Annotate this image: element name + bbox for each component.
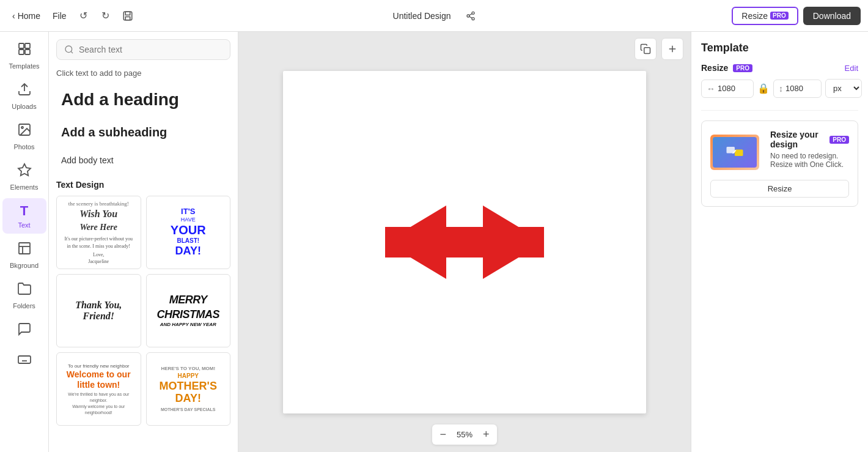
background-label: Bkground [10, 262, 39, 269]
svg-marker-15 [18, 164, 31, 176]
photos-icon [17, 122, 32, 141]
text-design-item-merry-christmas[interactable]: MERRYCHRISTMAS AND HAPPY NEW YEAR [146, 274, 231, 347]
right-panel: Template Resize PRO Edit ↔ 🔒 ↕ px [691, 32, 868, 452]
resize-promo-desc: No need to redesign. Resize with One Cli… [770, 152, 849, 169]
background-icon [17, 241, 32, 259]
svg-marker-31 [385, 206, 544, 279]
svg-line-7 [469, 13, 473, 15]
text-design-item-mothers-day[interactable]: HERE'S TO YOU, MOM! HAPPY MOTHER'SDAY! M… [146, 352, 231, 426]
resize-promo-icon [726, 143, 744, 161]
main-layout: Templates Uploads Photos [0, 32, 868, 452]
svg-point-25 [65, 46, 72, 53]
undo-button[interactable]: ↺ [74, 6, 94, 26]
redo-button[interactable]: ↻ [96, 6, 116, 26]
text-label: Text [18, 221, 30, 229]
add-heading-button[interactable]: Add a heading [56, 85, 230, 114]
svg-rect-9 [25, 43, 30, 48]
chevron-left-icon: ‹ [12, 11, 15, 21]
text-design-grid: the scenery is breathtaking! Wish You We… [56, 196, 230, 426]
canvas-page[interactable] [283, 71, 646, 413]
left-panel: Click text to add to page Add a heading … [49, 32, 238, 452]
resize-promo-title: Resize your design [770, 130, 826, 149]
svg-rect-0 [123, 12, 132, 20]
search-input[interactable] [79, 45, 223, 54]
text-design-item-its-your-day[interactable]: IT'S HAVE YOUR BLAST! DAY! [146, 196, 231, 269]
search-box[interactable] [56, 39, 230, 60]
resize-button[interactable]: Resize PRO [732, 7, 798, 25]
add-page-button[interactable] [661, 38, 683, 60]
resize-label: Resize [741, 11, 768, 21]
save-button[interactable] [118, 6, 138, 26]
resize-promo-button[interactable]: Resize [710, 180, 849, 198]
svg-rect-16 [19, 243, 30, 254]
zoom-out-button[interactable]: − [440, 428, 446, 441]
uploads-label: Uploads [12, 103, 36, 110]
height-input-group: ↕ [773, 80, 822, 98]
width-input[interactable] [718, 84, 748, 93]
duplicate-page-button[interactable] [634, 38, 657, 60]
download-button[interactable]: Download [803, 7, 861, 25]
elements-icon [17, 163, 32, 181]
search-icon [64, 45, 74, 54]
sidebar-item-elements[interactable]: Elements [2, 158, 46, 196]
canvas-area: − 55% + [238, 32, 691, 452]
divider [701, 110, 858, 111]
file-button[interactable]: File [48, 9, 72, 23]
text-design-item-wish-you[interactable]: the scenery is breathtaking! Wish You We… [56, 196, 141, 269]
svg-point-5 [472, 17, 474, 20]
home-button[interactable]: ‹ Home [7, 9, 45, 23]
add-subheading-button[interactable]: Add a subheading [56, 120, 230, 144]
red-arrow [385, 199, 544, 285]
zoom-in-button[interactable]: + [483, 428, 490, 441]
sidebar-item-folders[interactable]: Folders [2, 276, 46, 314]
width-icon: ↔ [707, 84, 715, 94]
elements-label: Elements [10, 183, 39, 191]
pro-badge: PRO [770, 12, 789, 20]
svg-rect-1 [125, 12, 130, 15]
unit-select[interactable]: px in cm mm [825, 79, 862, 98]
svg-rect-19 [18, 356, 31, 363]
templates-icon [17, 42, 32, 60]
add-body-button[interactable]: Add body text [56, 150, 230, 170]
templates-label: Templates [9, 62, 39, 70]
svg-point-3 [472, 12, 474, 14]
edit-link[interactable]: Edit [845, 64, 858, 73]
sidebar-item-background[interactable]: Bkground [2, 236, 46, 274]
photos-label: Photos [13, 143, 34, 150]
zoom-bar: − 55% + [432, 424, 496, 445]
zoom-level: 55% [452, 430, 477, 439]
keyboard-icon [17, 352, 32, 371]
folders-icon [17, 281, 32, 300]
sidebar-item-keyboard[interactable] [2, 347, 46, 376]
canvas-toolbar [634, 38, 683, 60]
svg-rect-10 [19, 50, 24, 54]
resize-header: Resize PRO Edit [701, 63, 858, 73]
topbar-left: ‹ Home File ↺ ↻ [7, 6, 383, 26]
sidebar-item-templates[interactable]: Templates [2, 37, 46, 75]
height-input[interactable] [785, 84, 816, 93]
design-title[interactable]: Untitled Design [388, 8, 457, 24]
sidebar-item-photos[interactable]: Photos [2, 117, 46, 155]
resize-section-label: Resize [701, 63, 728, 73]
share-button[interactable] [461, 6, 480, 26]
text-design-item-welcome-town[interactable]: To our friendly new neighbor Welcome to … [56, 352, 141, 426]
click-to-add-label: Click text to add to page [56, 69, 230, 78]
text-design-section-title: Text Design [56, 180, 230, 190]
sidebar-item-speech[interactable] [2, 317, 46, 345]
text-icon: T [20, 203, 28, 219]
topbar: ‹ Home File ↺ ↻ Untitled Design Resize P… [0, 0, 868, 32]
resize-section: Resize PRO Edit ↔ 🔒 ↕ px in cm mm [701, 63, 858, 98]
topbar-center: Untitled Design [388, 6, 481, 26]
height-icon: ↕ [779, 84, 783, 94]
text-design-item-thank-you[interactable]: Thank You, Friend! [56, 274, 141, 347]
svg-point-4 [467, 15, 469, 17]
width-input-group: ↔ [701, 80, 754, 98]
sidebar-item-uploads[interactable]: Uploads [2, 77, 46, 115]
svg-rect-27 [644, 48, 650, 54]
folders-label: Folders [13, 302, 35, 309]
topbar-right: Resize PRO Download [485, 7, 861, 25]
right-pro-badge: PRO [733, 64, 752, 72]
lock-icon[interactable]: 🔒 [757, 83, 770, 94]
svg-line-26 [71, 51, 73, 53]
sidebar-item-text[interactable]: T Text [2, 198, 46, 234]
